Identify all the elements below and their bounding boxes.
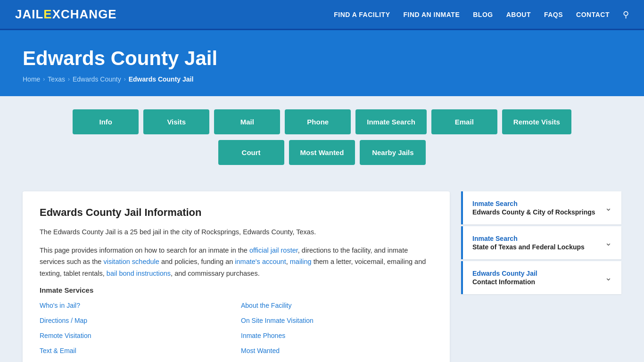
tab-email[interactable]: Email — [431, 109, 497, 134]
nav-find-inmate[interactable]: FIND AN INMATE — [403, 11, 460, 18]
services-heading: Inmate Services — [40, 286, 433, 294]
service-onsite-visitation[interactable]: On Site Inmate Visitation — [241, 314, 433, 327]
nav-about[interactable]: ABOUT — [506, 11, 531, 18]
link-visitation-schedule[interactable]: visitation schedule — [103, 258, 159, 265]
tabs-row-2: Court Most Wanted Nearby Jails — [218, 140, 426, 165]
accordion-sub-1: Edwards County & City of Rocksprings — [472, 208, 595, 216]
breadcrumb-texas[interactable]: Texas — [48, 75, 65, 83]
para2-suffix: , and commissary purchases. — [171, 270, 260, 277]
chevron-down-icon-3: ⌄ — [605, 272, 612, 283]
breadcrumb: Home › Texas › Edwards County › Edwards … — [23, 75, 621, 83]
accordion-top-1: Inmate Search — [472, 200, 595, 207]
tab-phone[interactable]: Phone — [285, 109, 351, 134]
info-para-2: This page provides information on how to… — [40, 245, 433, 280]
accordion-text-1: Inmate Search Edwards County & City of R… — [472, 200, 595, 216]
para2-mid3: , — [286, 258, 290, 265]
para2-prefix: This page provides information on how to… — [40, 247, 249, 254]
service-about-facility[interactable]: About the Facility — [241, 299, 433, 312]
para2-mid2: and policies, funding an — [159, 258, 235, 265]
main-nav: FIND A FACILITY FIND AN INMATE BLOG ABOU… — [334, 9, 629, 20]
breadcrumb-home[interactable]: Home — [23, 75, 40, 83]
info-panel: Edwards County Jail Information The Edwa… — [23, 191, 450, 362]
tabs-row-1: Info Visits Mail Phone Inmate Search Ema… — [73, 109, 571, 134]
breadcrumb-sep-2: › — [68, 76, 70, 82]
service-inmate-phones[interactable]: Inmate Phones — [241, 329, 433, 342]
accordion-text-3: Edwards County Jail Contact Information — [472, 270, 537, 286]
tab-visits[interactable]: Visits — [143, 109, 209, 134]
accordion-header-3[interactable]: Edwards County Jail Contact Information … — [463, 261, 621, 294]
tabs-section: Info Visits Mail Phone Inmate Search Ema… — [0, 96, 644, 178]
link-official-roster[interactable]: official jail roster — [249, 247, 298, 254]
tab-inmate-search[interactable]: Inmate Search — [355, 109, 427, 134]
nav-find-facility[interactable]: FIND A FACILITY — [334, 11, 390, 18]
link-bail-bond[interactable]: bail bond instructions — [107, 270, 171, 277]
breadcrumb-current: Edwards County Jail — [129, 75, 194, 83]
service-text-email[interactable]: Text & Email — [40, 344, 231, 357]
services-grid: Who's in Jail? About the Facility Direct… — [40, 299, 433, 357]
accordion-header-2[interactable]: Inmate Search State of Texas and Federal… — [463, 226, 621, 259]
service-remote-visitation[interactable]: Remote Visitation — [40, 329, 231, 342]
search-button[interactable]: ⚲ — [623, 9, 629, 20]
logo-jail: JAIL — [15, 7, 43, 21]
info-title: Edwards County Jail Information — [40, 206, 433, 219]
tab-remote-visits[interactable]: Remote Visits — [502, 109, 571, 134]
accordion-item-2[interactable]: Inmate Search State of Texas and Federal… — [461, 226, 621, 259]
tab-info[interactable]: Info — [73, 109, 139, 134]
accordion-item-1[interactable]: Inmate Search Edwards County & City of R… — [461, 191, 621, 224]
tab-court[interactable]: Court — [218, 140, 284, 165]
breadcrumb-sep-3: › — [124, 76, 126, 82]
service-most-wanted[interactable]: Most Wanted — [241, 344, 433, 357]
accordion-item-3[interactable]: Edwards County Jail Contact Information … — [461, 261, 621, 294]
page-title: Edwards County Jail — [23, 47, 621, 70]
logo-ex: E — [43, 7, 52, 21]
accordion-top-3: Edwards County Jail — [472, 270, 537, 277]
breadcrumb-sep-1: › — [43, 76, 45, 82]
logo-x: XCHANGE — [52, 7, 117, 21]
nav-contact[interactable]: CONTACT — [576, 11, 610, 18]
nav-faqs[interactable]: FAQs — [544, 11, 563, 18]
link-mailing[interactable]: mailing — [290, 258, 312, 265]
accordion-header-1[interactable]: Inmate Search Edwards County & City of R… — [463, 191, 621, 224]
accordion-top-2: Inmate Search — [472, 235, 585, 242]
service-whos-in-jail[interactable]: Who's in Jail? — [40, 299, 231, 312]
main-content: Edwards County Jail Information The Edwa… — [0, 178, 644, 362]
tab-most-wanted[interactable]: Most Wanted — [289, 140, 355, 165]
breadcrumb-edwards-county[interactable]: Edwards County — [73, 75, 121, 83]
chevron-down-icon-2: ⌄ — [605, 238, 612, 248]
link-inmate-account[interactable]: inmate's account — [235, 258, 286, 265]
accordion-sub-2: State of Texas and Federal Lockups — [472, 243, 585, 251]
info-para-1: The Edwards County Jail is a 25 bed jail… — [40, 226, 433, 238]
accordion-text-2: Inmate Search State of Texas and Federal… — [472, 235, 585, 251]
site-header: JAILEXCHANGE FIND A FACILITY FIND AN INM… — [0, 0, 644, 30]
chevron-down-icon-1: ⌄ — [605, 203, 612, 213]
site-logo[interactable]: JAILEXCHANGE — [15, 7, 117, 22]
nav-blog[interactable]: BLOG — [473, 11, 493, 18]
hero-section: Edwards County Jail Home › Texas › Edwar… — [0, 30, 644, 96]
accordion-sub-3: Contact Information — [472, 278, 537, 286]
sidebar-panel: Inmate Search Edwards County & City of R… — [461, 191, 621, 362]
service-directions[interactable]: Directions / Map — [40, 314, 231, 327]
tab-mail[interactable]: Mail — [214, 109, 280, 134]
tab-nearby-jails[interactable]: Nearby Jails — [360, 140, 426, 165]
